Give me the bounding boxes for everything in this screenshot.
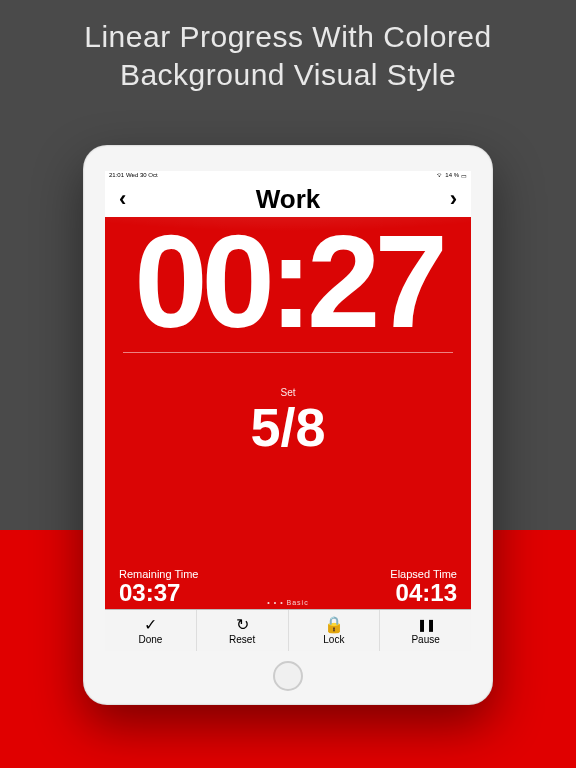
lock-label: Lock: [323, 634, 344, 645]
pause-label: Pause: [411, 634, 439, 645]
check-icon: ✓: [141, 617, 159, 633]
status-battery: 14 %: [445, 172, 459, 181]
battery-icon: ▭: [461, 172, 467, 181]
page-indicator: • • • Basic: [105, 599, 471, 606]
lock-button[interactable]: 🔒 Lock: [289, 610, 381, 651]
prev-button[interactable]: ‹: [119, 186, 126, 212]
set-value: 5/8: [105, 400, 471, 454]
reset-button[interactable]: ↻ Reset: [197, 610, 289, 651]
remaining-label: Remaining Time: [119, 568, 198, 580]
done-label: Done: [138, 634, 162, 645]
status-time: 21:01: [109, 172, 124, 181]
main-time: 00:27: [105, 223, 471, 342]
pause-icon: ❚❚: [417, 617, 435, 633]
home-button[interactable]: [273, 661, 303, 691]
status-date: Wed 30 Oct: [126, 172, 158, 181]
done-button[interactable]: ✓ Done: [105, 610, 197, 651]
pause-button[interactable]: ❚❚ Pause: [380, 610, 471, 651]
elapsed-label: Elapsed Time: [390, 568, 457, 580]
toolbar: ✓ Done ↻ Reset 🔒 Lock ❚❚ Pause: [105, 609, 471, 651]
status-bar: 21:01 Wed 30 Oct ᯤ 14 % ▭: [105, 171, 471, 181]
tablet-screen: 21:01 Wed 30 Oct ᯤ 14 % ▭ ‹ Work › 00:27…: [105, 171, 471, 651]
divider: [123, 352, 453, 353]
reset-label: Reset: [229, 634, 255, 645]
tablet-frame: 21:01 Wed 30 Oct ᯤ 14 % ▭ ‹ Work › 00:27…: [83, 145, 493, 705]
promo-stage: Linear Progress With Colored Background …: [0, 0, 576, 768]
next-button[interactable]: ›: [450, 186, 457, 212]
wifi-icon: ᯤ: [437, 172, 443, 181]
timer-panel: 00:27 Set 5/8 Remaining Time 03:37 Elaps…: [105, 217, 471, 609]
set-label: Set: [105, 387, 471, 398]
headline-line-2: Background Visual Style: [84, 56, 492, 94]
lock-icon: 🔒: [325, 617, 343, 633]
promo-headline: Linear Progress With Colored Background …: [84, 18, 492, 93]
headline-line-1: Linear Progress With Colored: [84, 18, 492, 56]
reset-icon: ↻: [233, 617, 251, 633]
